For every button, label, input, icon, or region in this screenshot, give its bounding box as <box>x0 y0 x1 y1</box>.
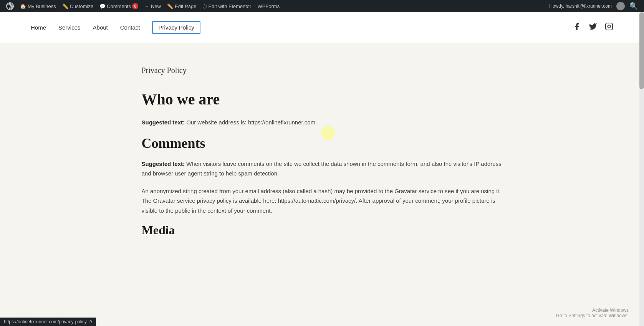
nav-links: Home Services About Contact Privacy Poli… <box>31 21 200 34</box>
main-content: Privacy Policy Who we are Suggested text… <box>0 43 644 326</box>
comments-body-2: An anonymized string created from your e… <box>142 186 503 216</box>
edit-elementor-label: Edit with Elementor <box>208 3 251 9</box>
wpforms-label: WPForms <box>257 3 280 9</box>
status-bar: https://onlinefixrunner.com/privacy-poli… <box>0 318 96 326</box>
nav-services[interactable]: Services <box>58 23 81 32</box>
who-we-are-text: Suggested text: Our website address is: … <box>142 117 503 127</box>
status-url: https://onlinefixrunner.com/privacy-poli… <box>4 319 92 324</box>
comments-label: Comments <box>107 3 131 9</box>
edit-page-label: Edit Page <box>175 3 196 9</box>
plus-icon: ＋ <box>144 3 149 10</box>
social-icons <box>573 22 613 33</box>
new-label: New <box>151 3 161 9</box>
facebook-icon[interactable] <box>573 22 581 33</box>
comments-heading: Comments <box>142 135 503 151</box>
comments-button[interactable]: 💬 Comments 0 <box>96 0 141 12</box>
new-button[interactable]: ＋ New <box>141 0 164 12</box>
wp-logo-button[interactable] <box>3 0 17 12</box>
elementor-icon: ⬡ <box>202 3 207 9</box>
who-we-are-body: Our website address is: https://onlinefi… <box>186 119 317 126</box>
admin-bar-right: Howdy, harshit@fixrunner.com 🔍 <box>546 0 641 12</box>
who-we-are-heading: Who we are <box>142 90 503 108</box>
nav-privacy-policy[interactable]: Privacy Policy <box>152 21 200 34</box>
business-icon: 🏠 <box>20 3 26 9</box>
nav-bar: Home Services About Contact Privacy Poli… <box>0 12 644 43</box>
edit-with-elementor-button[interactable]: ⬡ Edit with Elementor <box>199 0 254 12</box>
my-business-label: My Business <box>28 3 56 9</box>
suggested-label-1: Suggested text: <box>142 119 185 126</box>
scrollbar-thumb[interactable] <box>639 12 644 89</box>
comment-icon: 💬 <box>99 3 106 9</box>
admin-bar: 🏠 My Business ✏️ Customize 💬 Comments 0 … <box>0 0 644 12</box>
comments-suggested-text: Suggested text: When visitors leave comm… <box>142 159 503 179</box>
admin-search-icon[interactable]: 🔍 <box>626 0 641 12</box>
edit-icon: ✏️ <box>167 3 173 9</box>
howdy-text: Howdy, harshit@fixrunner.com <box>546 3 615 9</box>
edit-page-button[interactable]: ✏️ Edit Page <box>164 0 199 12</box>
page-title: Privacy Policy <box>142 66 503 75</box>
wpforms-button[interactable]: WPForms <box>254 0 283 12</box>
nav-home[interactable]: Home <box>31 23 46 32</box>
scrollbar[interactable] <box>639 12 644 326</box>
nav-contact[interactable]: Contact <box>120 23 140 32</box>
svg-rect-0 <box>606 23 613 30</box>
nav-about[interactable]: About <box>93 23 108 32</box>
my-business-button[interactable]: 🏠 My Business <box>17 0 59 12</box>
media-heading: Media <box>142 223 503 237</box>
customize-label: Customize <box>70 3 93 9</box>
customize-icon: ✏️ <box>62 3 68 9</box>
instagram-icon[interactable] <box>605 22 613 33</box>
suggested-label-2: Suggested text: <box>142 161 185 167</box>
avatar <box>616 2 625 10</box>
customize-button[interactable]: ✏️ Customize <box>59 0 96 12</box>
comment-count-badge: 0 <box>132 3 138 9</box>
twitter-icon[interactable] <box>589 22 597 33</box>
content-wrapper: Privacy Policy Who we are Suggested text… <box>111 66 533 237</box>
comments-body-1: When visitors leave comments on the site… <box>142 161 502 177</box>
